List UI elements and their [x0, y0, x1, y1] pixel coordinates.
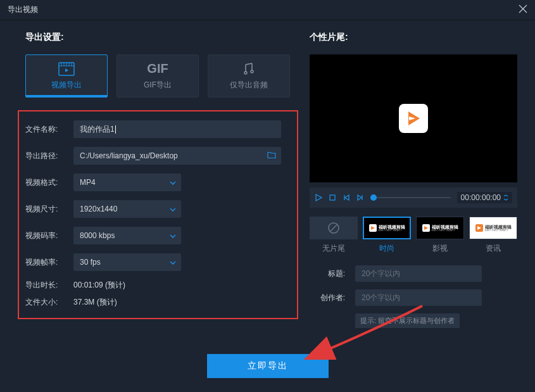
size-value: 1920x1440 [80, 205, 117, 213]
style-label-none: 无片尾 [310, 243, 358, 254]
next-icon[interactable] [356, 194, 364, 201]
filename-input-wrap[interactable]: 我的作品1 [73, 120, 281, 138]
progress-slider[interactable] [370, 197, 451, 198]
player-controls: 00:00:00:00 [310, 187, 517, 208]
preview-player [310, 54, 517, 182]
play-icon[interactable] [315, 194, 322, 201]
window-title: 导出视频 [8, 4, 38, 15]
fps-label: 视频帧率: [25, 257, 63, 268]
stop-icon[interactable] [329, 194, 336, 201]
fps-value: 30 fps [80, 258, 101, 267]
filesize-label: 文件大小: [25, 297, 63, 308]
close-icon[interactable] [519, 4, 527, 16]
export-button[interactable]: 立即导出 [207, 354, 329, 378]
style-label-fashion: 时尚 [363, 243, 411, 254]
chevron-down-icon [170, 258, 176, 267]
chevron-down-icon [170, 231, 176, 240]
bitrate-label: 视频码率: [25, 231, 63, 241]
tab-audio-label: 仅导出音频 [230, 80, 268, 91]
style-label-news: 资讯 [469, 243, 517, 254]
tab-gif-label: GIF导出 [144, 80, 172, 91]
ending-style-news[interactable]: 福昕视频剪辑EASY·FAST·SMART [469, 217, 517, 239]
meta-title-label: 标题: [310, 269, 345, 279]
path-input[interactable]: C:/Users/liangya_xu/Desktop [73, 147, 281, 165]
bitrate-select[interactable]: 8000 kbps [73, 227, 181, 244]
duration-value: 00:01:09 (预计) [73, 280, 125, 291]
expand-icon[interactable] [503, 194, 508, 201]
ending-title: 个性片尾: [310, 32, 517, 43]
chevron-down-icon [170, 205, 176, 213]
tab-gif-export[interactable]: GIF GIF导出 [116, 54, 199, 98]
meta-title-input[interactable] [355, 265, 482, 282]
size-select[interactable]: 1920x1440 [73, 200, 181, 218]
ending-style-fashion[interactable]: 福昕视频剪辑EASY·FAST·SMART [363, 217, 411, 239]
fps-select[interactable]: 30 fps [73, 253, 181, 271]
path-label: 导出路径: [25, 151, 63, 161]
format-label: 视频格式: [25, 177, 63, 188]
format-select[interactable]: MP4 [73, 174, 181, 191]
duration-label: 导出时长: [25, 280, 63, 291]
meta-author-label: 创作者: [310, 293, 345, 303]
ending-style-movie[interactable]: 福昕视频剪辑EASY·FAST·SMART [416, 217, 464, 239]
size-label: 视频尺寸: [25, 204, 63, 215]
meta-hint: 提示: 留空不展示标题与创作者 [355, 313, 460, 328]
time-display: 00:00:00:00 [457, 192, 512, 203]
meta-author-input[interactable] [355, 289, 482, 306]
style-label-movie: 影视 [416, 243, 464, 254]
filename-value: 我的作品1 [80, 124, 115, 135]
ending-style-none[interactable] [310, 217, 358, 239]
tab-video-export[interactable]: 视频导出 [25, 54, 108, 98]
format-value: MP4 [80, 178, 96, 187]
app-logo-icon [399, 104, 428, 133]
bitrate-value: 8000 kbps [80, 231, 115, 240]
browse-folder-icon[interactable] [267, 151, 276, 161]
svg-rect-1 [330, 195, 335, 200]
filesize-value: 37.3M (预计) [73, 297, 117, 308]
prev-icon[interactable] [343, 194, 350, 201]
tab-video-label: 视频导出 [51, 80, 82, 91]
filename-label: 文件名称: [25, 124, 63, 135]
settings-highlight-box: 文件名称: 我的作品1 导出路径: C:/Users/liangya_xu/De… [18, 110, 298, 319]
tab-audio-export[interactable]: 仅导出音频 [208, 54, 290, 98]
export-settings-title: 导出设置: [25, 32, 294, 43]
chevron-down-icon [170, 178, 176, 187]
path-value: C:/Users/liangya_xu/Desktop [80, 151, 178, 160]
